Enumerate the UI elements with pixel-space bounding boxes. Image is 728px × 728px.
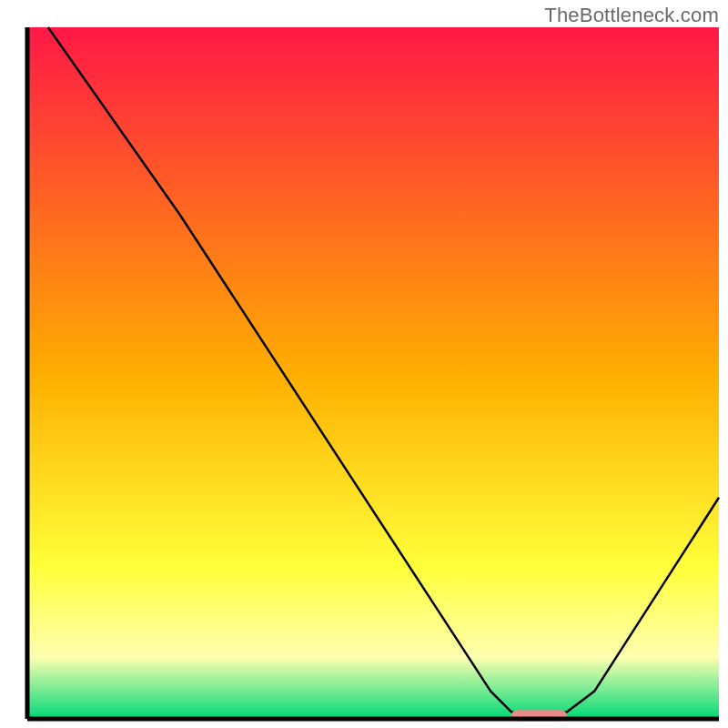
heatmap-background bbox=[27, 27, 719, 719]
watermark-text: TheBottleneck.com bbox=[544, 4, 719, 27]
chart-container: { "watermark": "TheBottleneck.com", "cha… bbox=[0, 0, 728, 728]
bottleneck-chart bbox=[0, 0, 728, 728]
